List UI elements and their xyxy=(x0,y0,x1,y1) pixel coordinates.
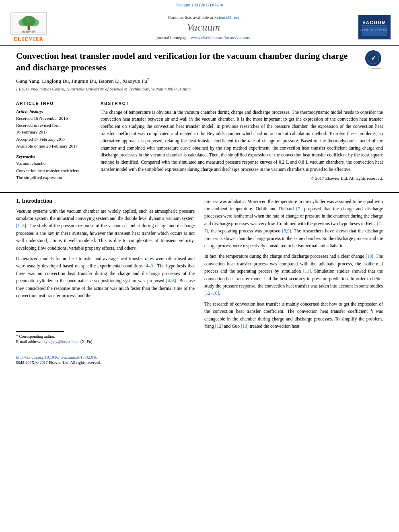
article-history: Article history: Received 16 November 20… xyxy=(16,109,93,150)
elsevier-brand-text: ELSEVIER xyxy=(14,36,43,42)
homepage-line: journal homepage: www.elsevier.com/locat… xyxy=(55,35,352,40)
journal-reference: Vacuum 139 (2017) 67–76 xyxy=(0,0,399,9)
ref-13-guo-link[interactable]: [13] xyxy=(241,324,249,329)
page-footer: http://dx.doi.org/10.1016/j.vacuum.2017.… xyxy=(0,355,399,369)
body-two-col: 1. Introduction Vacuum systems with the … xyxy=(16,198,383,345)
journal-header: ELSEVIER ELSEVIER Contents lists availab… xyxy=(0,9,399,46)
keyword-3: The simplified expression xyxy=(16,175,93,181)
accepted-date: Accepted 17 February 2017 xyxy=(16,136,93,142)
vacuum-logo-section: VACUUM vacuum journal xyxy=(356,15,393,39)
copyright-line: © 2017 Elsevier Ltd. All rights reserved… xyxy=(101,176,383,181)
ref-11-link[interactable]: [11] xyxy=(303,269,311,273)
ref-4-9-link[interactable]: [4–9] xyxy=(144,263,154,268)
history-title: Article history: xyxy=(16,109,93,114)
issn-line: 0042-207X/© 2017 Elsevier Ltd. All right… xyxy=(16,360,383,365)
svg-point-3 xyxy=(19,18,28,26)
affiliation-text: FESTO Pneumatics Centre, Huazhong Univer… xyxy=(16,86,383,91)
svg-text:vacuum journal: vacuum journal xyxy=(360,29,389,31)
vacuum-logo-svg: VACUUM vacuum journal xyxy=(358,15,391,39)
revised-date: 16 February 2017 xyxy=(16,129,93,135)
email-link[interactable]: fxyhappy@hust.edu.cn xyxy=(42,339,80,344)
ref-10-link[interactable]: [10] xyxy=(366,254,373,259)
abstract-text: The change of temperature is obvious in … xyxy=(101,109,383,173)
email-line: E-mail address: fxyhappy@hust.edu.cn (X.… xyxy=(16,339,195,344)
svg-rect-8 xyxy=(362,27,387,36)
intro-section-heading: Introduction xyxy=(22,198,52,204)
intro-section-number: 1. xyxy=(16,198,21,204)
corresponding-mark: * xyxy=(147,77,149,82)
intro-para-2: Generalized models for no heat transfer … xyxy=(16,255,195,299)
corresponding-note: * Corresponding author. xyxy=(16,334,195,339)
intro-section-title: 1. Introduction xyxy=(16,198,195,204)
article-info-col: ARTICLE INFO Article history: Received 1… xyxy=(16,101,93,182)
svg-text:VACUUM: VACUUM xyxy=(362,20,386,25)
body-right-col: process was adiabatic. Moreover, the tem… xyxy=(204,198,383,345)
journal-ref-text: Vacuum 139 (2017) 67–76 xyxy=(176,2,223,7)
svg-point-4 xyxy=(30,18,39,26)
corresponding-note-text: * Corresponding author. xyxy=(16,334,55,339)
body-left-col: 1. Introduction Vacuum systems with the … xyxy=(16,198,195,345)
article-title: Convection heat transfer model and verif… xyxy=(16,50,383,73)
intro-para-1: Vacuum systems with the vacuum chamber a… xyxy=(16,207,195,252)
right-para-1: process was adiabatic. Moreover, the tem… xyxy=(204,198,383,250)
body-content: 1. Introduction Vacuum systems with the … xyxy=(0,192,399,353)
abstract-col: ABSTRACT The change of temperature is ob… xyxy=(101,101,383,182)
ref-7-link[interactable]: [7] xyxy=(296,206,301,211)
doi-url[interactable]: http://dx.doi.org/10.1016/j.vacuum.2017.… xyxy=(16,355,97,359)
elsevier-logo-box: ELSEVIER xyxy=(10,12,47,35)
authors-line: Gang Yang, Linglong Du, Jingmin Du, Baor… xyxy=(16,77,383,84)
email-label: E-mail address: xyxy=(16,339,41,344)
journal-title-display: Vacuum xyxy=(55,21,352,33)
article-info-abstract-section: ARTICLE INFO Article history: Received 1… xyxy=(16,97,383,182)
ref-8-9-link[interactable]: [8,9] xyxy=(282,228,291,233)
ref-1-3-link[interactable]: [1–3] xyxy=(16,223,26,228)
email-name: (X. Fu). xyxy=(80,339,93,344)
homepage-label: journal homepage: xyxy=(156,35,189,40)
elsevier-logo-section: ELSEVIER ELSEVIER xyxy=(6,12,51,42)
authors-text: Gang Yang, Linglong Du, Jingmin Du, Baor… xyxy=(16,78,147,84)
contents-available-line: Contents lists available at ScienceDirec… xyxy=(55,15,352,20)
keywords-section: Keywords: Vacuum chamber Convection heat… xyxy=(16,154,93,181)
svg-text:✓: ✓ xyxy=(371,55,376,62)
keyword-2: Convection heat transfer coefficient xyxy=(16,168,93,174)
svg-text:ELSEVIER: ELSEVIER xyxy=(22,30,35,33)
vacuum-brand-box: VACUUM vacuum journal xyxy=(358,15,391,39)
right-para-2: In fact, the temperature during the char… xyxy=(204,253,383,297)
ref-12-16-link[interactable]: [12–16] xyxy=(204,291,219,296)
right-para-3: The research of convection heat transfer… xyxy=(204,300,383,330)
contents-label: Contents lists available at xyxy=(168,15,213,20)
keyword-1: Vacuum chamber xyxy=(16,160,93,166)
footer-section: * Corresponding author. E-mail address: … xyxy=(16,331,195,344)
article-info-heading: ARTICLE INFO xyxy=(16,101,93,106)
svg-rect-2 xyxy=(27,25,30,30)
ref-4-7-link[interactable]: [4–7] xyxy=(204,221,383,233)
main-content: Convection heat transfer model and verif… xyxy=(0,46,399,192)
received-revised-label: Received in revised form xyxy=(16,122,93,128)
page-wrapper: Vacuum 139 (2017) 67–76 ELSEVIER ELSEVIE… xyxy=(0,0,399,532)
keywords-title: Keywords: xyxy=(16,154,93,159)
homepage-url[interactable]: www.elsevier.com/locate/vacuum xyxy=(191,35,250,40)
footer-divider xyxy=(16,331,64,332)
sciencedirect-link[interactable]: ScienceDirect xyxy=(214,15,239,20)
received-date: Received 16 November 2016 xyxy=(16,115,93,121)
doi-link[interactable]: http://dx.doi.org/10.1016/j.vacuum.2017.… xyxy=(16,355,383,359)
ref-4-6-link[interactable]: [4–6] xyxy=(166,278,176,283)
available-date: Available online 20 February 2017 xyxy=(16,143,93,149)
abstract-heading: ABSTRACT xyxy=(101,101,383,106)
ref-12-yang-link[interactable]: [12] xyxy=(215,324,223,329)
crossmark-badge[interactable]: ✓ CrossMark xyxy=(365,50,383,68)
title-section: Convection heat transfer model and verif… xyxy=(16,50,383,73)
journal-center-info: Contents lists available at ScienceDirec… xyxy=(55,15,352,40)
elsevier-logo-svg: ELSEVIER xyxy=(12,14,46,34)
